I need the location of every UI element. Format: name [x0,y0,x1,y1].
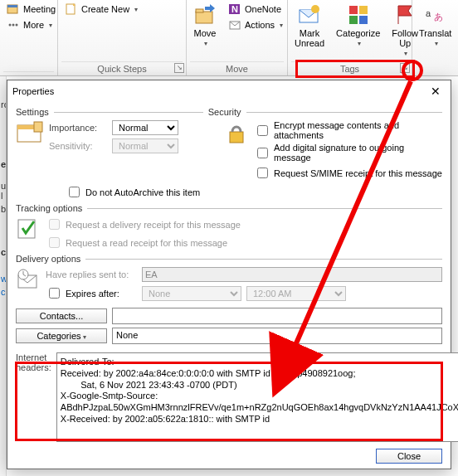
quick-steps-group-label: Quick Steps [61,61,183,75]
move-button[interactable]: Move [190,2,220,49]
svg-text:N: N [231,4,238,14]
replies-label: Have replies sent to: [46,270,137,279]
mark-unread-button[interactable]: Mark Unread [291,2,328,50]
importance-select[interactable]: Normal [112,120,178,135]
mark-unread-label: Mark Unread [295,28,324,48]
quick-steps-launcher[interactable]: ↘ [174,63,184,73]
translate-icon: aあ [424,3,447,27]
move-icon [193,3,217,27]
tags-launcher[interactable]: ↘ [400,63,410,73]
security-icon [224,120,249,145]
meeting-button[interactable]: Meeting [3,2,59,17]
internet-headers-label: Internet headers: [16,352,51,372]
smime-checkbox[interactable]: Request S/MIME receipt for this message [254,165,442,181]
replies-input [142,267,442,282]
actions-icon [228,18,241,32]
svg-rect-22 [230,132,243,143]
tracking-heading: Tracking options [16,203,82,213]
create-new-button[interactable]: Create New [61,2,141,17]
translate-button[interactable]: aあ Translat [416,2,455,49]
more-label: More [23,20,44,30]
bg-text: cou [0,287,6,297]
move-label: Move [194,28,217,38]
sensitivity-select: Normal [112,138,178,153]
more-button[interactable]: More [3,17,56,32]
actions-label: Actions [245,20,275,30]
categorize-button[interactable]: Categorize [333,2,383,49]
bg-text: rot [0,100,6,109]
categorize-label: Categorize [336,28,380,38]
dialog-title: Properties [12,86,426,96]
encrypt-checkbox[interactable]: Encrypt message contents and attachments [254,120,442,140]
svg-rect-15 [349,16,358,24]
move-group-label: Move [190,61,284,75]
tracking-icon [16,216,41,241]
expires-date-select: None [142,286,241,301]
bg-text: bile [0,204,6,214]
delivery-receipt-checkbox: Request a delivery receipt for this mess… [46,216,442,232]
svg-rect-14 [359,6,368,14]
actions-button[interactable]: Actions [225,17,286,32]
translate-label: Translat [419,28,451,38]
svg-rect-16 [359,16,368,24]
delivery-heading: Delivery options [16,254,80,264]
svg-point-4 [16,24,18,27]
onenote-label: OneNote [245,4,281,14]
svg-rect-7 [196,9,203,12]
internet-headers-text[interactable]: Delivered-To: Received: by 2002:a4a:84ce… [56,352,458,442]
close-button[interactable]: Close [376,449,442,464]
svg-point-3 [12,24,15,27]
svg-rect-13 [349,6,358,14]
contacts-button[interactable]: Contacts... [16,308,107,323]
bg-text: ur l [0,181,6,201]
expires-checkbox[interactable]: Expires after: [46,285,137,301]
svg-text:あ: あ [434,12,443,22]
sensitivity-label: Sensitivity: [49,141,107,151]
read-receipt-checkbox: Request a read receipt for this message [46,235,442,250]
categorize-icon [347,3,370,27]
security-heading: Security [208,107,241,117]
mark-unread-icon [298,3,321,27]
meeting-label: Meeting [23,4,56,14]
more-icon [7,18,20,32]
svg-rect-6 [196,12,212,23]
importance-label: Importance: [49,123,107,133]
bg-text: elco [0,159,6,169]
create-new-label: Create New [81,4,129,14]
svg-text:a: a [426,8,431,18]
svg-rect-1 [7,5,17,7]
respond-group-label [3,71,54,75]
tags-group-label: Tags [291,61,408,75]
settings-heading: Settings [16,107,49,117]
bg-text: ww [0,274,6,284]
delivery-icon [16,267,41,292]
onenote-button[interactable]: N OneNote [225,2,286,17]
contacts-box[interactable] [112,308,442,324]
categories-button[interactable]: Categories [16,328,107,343]
onenote-icon: N [228,2,241,16]
svg-rect-21 [34,122,42,132]
svg-point-12 [311,5,319,13]
settings-icon [16,120,44,148]
close-icon[interactable]: ✕ [426,84,446,99]
create-new-icon [65,2,78,16]
bg-text: ces [0,247,6,257]
properties-dialog: Properties ✕ Settings Security Importanc… [7,80,451,469]
svg-point-2 [9,24,12,27]
categories-box[interactable]: None [112,328,442,344]
signature-checkbox[interactable]: Add digital signature to outgoing messag… [254,143,442,163]
autoarchive-checkbox[interactable]: Do not AutoArchive this item [66,184,200,200]
expires-time-select: 12:00 AM [246,286,346,301]
meeting-icon [7,2,20,16]
